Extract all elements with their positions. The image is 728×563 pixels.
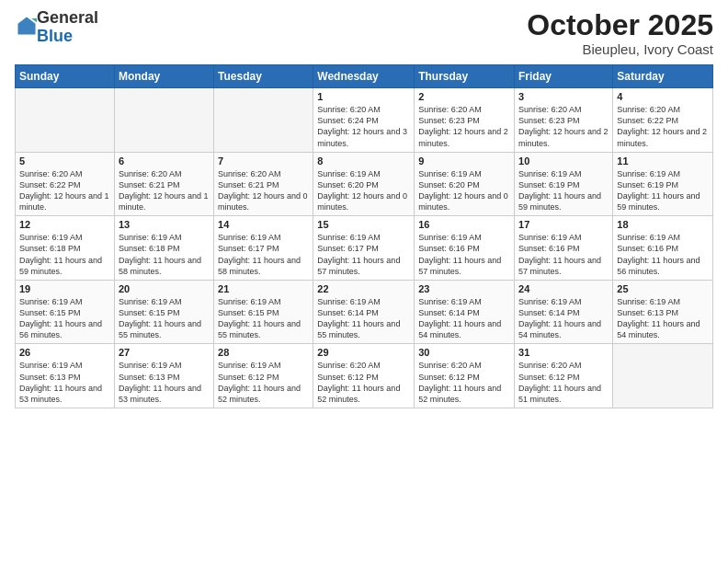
calendar-week-row: 12Sunrise: 6:19 AM Sunset: 6:18 PM Dayli…	[16, 216, 713, 281]
day-info: Sunrise: 6:20 AM Sunset: 6:12 PM Dayligh…	[317, 360, 410, 405]
weekday-header: Friday	[515, 65, 613, 88]
day-info: Sunrise: 6:19 AM Sunset: 6:14 PM Dayligh…	[518, 296, 609, 341]
day-number: 23	[418, 283, 510, 294]
day-info: Sunrise: 6:19 AM Sunset: 6:14 PM Dayligh…	[418, 296, 510, 341]
calendar-cell: 3Sunrise: 6:20 AM Sunset: 6:23 PM Daylig…	[515, 88, 613, 153]
day-info: Sunrise: 6:19 AM Sunset: 6:17 PM Dayligh…	[218, 232, 309, 277]
day-number: 20	[119, 283, 210, 294]
day-number: 25	[617, 283, 709, 294]
calendar-cell: 20Sunrise: 6:19 AM Sunset: 6:15 PM Dayli…	[114, 280, 213, 344]
day-number: 14	[218, 219, 309, 230]
calendar-cell: 23Sunrise: 6:19 AM Sunset: 6:14 PM Dayli…	[415, 280, 515, 344]
day-number: 10	[518, 155, 609, 167]
calendar-cell: 16Sunrise: 6:19 AM Sunset: 6:16 PM Dayli…	[415, 216, 515, 281]
calendar-cell: 6Sunrise: 6:20 AM Sunset: 6:21 PM Daylig…	[114, 152, 213, 216]
day-number: 31	[518, 347, 609, 358]
calendar-cell: 1Sunrise: 6:20 AM Sunset: 6:24 PM Daylig…	[313, 88, 415, 153]
day-number: 17	[518, 219, 609, 230]
calendar-cell: 9Sunrise: 6:19 AM Sunset: 6:20 PM Daylig…	[415, 152, 515, 216]
day-number: 16	[418, 219, 510, 230]
calendar-cell: 21Sunrise: 6:19 AM Sunset: 6:15 PM Dayli…	[214, 280, 313, 344]
day-info: Sunrise: 6:20 AM Sunset: 6:22 PM Dayligh…	[617, 104, 709, 149]
day-info: Sunrise: 6:20 AM Sunset: 6:12 PM Dayligh…	[518, 360, 609, 405]
day-number: 8	[317, 155, 410, 167]
day-info: Sunrise: 6:19 AM Sunset: 6:16 PM Dayligh…	[418, 232, 510, 277]
day-number: 3	[518, 91, 609, 102]
calendar-week-row: 26Sunrise: 6:19 AM Sunset: 6:13 PM Dayli…	[16, 344, 713, 408]
calendar-cell: 17Sunrise: 6:19 AM Sunset: 6:16 PM Dayli…	[515, 216, 613, 281]
calendar-cell: 24Sunrise: 6:19 AM Sunset: 6:14 PM Dayli…	[515, 280, 613, 344]
calendar-cell: 18Sunrise: 6:19 AM Sunset: 6:16 PM Dayli…	[613, 216, 713, 281]
calendar-week-row: 1Sunrise: 6:20 AM Sunset: 6:24 PM Daylig…	[16, 88, 713, 153]
day-info: Sunrise: 6:20 AM Sunset: 6:12 PM Dayligh…	[418, 360, 510, 405]
calendar-cell: 25Sunrise: 6:19 AM Sunset: 6:13 PM Dayli…	[613, 280, 713, 344]
calendar-cell: 13Sunrise: 6:19 AM Sunset: 6:18 PM Dayli…	[114, 216, 213, 281]
calendar-cell: 22Sunrise: 6:19 AM Sunset: 6:14 PM Dayli…	[313, 280, 415, 344]
logo-text: General Blue	[37, 9, 98, 46]
day-number: 24	[518, 283, 609, 294]
logo-general: General	[37, 8, 98, 27]
svg-marker-0	[17, 17, 35, 34]
calendar-cell	[16, 88, 115, 153]
day-number: 19	[19, 283, 110, 294]
day-number: 13	[119, 219, 210, 230]
day-info: Sunrise: 6:19 AM Sunset: 6:15 PM Dayligh…	[119, 296, 210, 341]
day-number: 22	[317, 283, 410, 294]
calendar-week-row: 19Sunrise: 6:19 AM Sunset: 6:15 PM Dayli…	[16, 280, 713, 344]
day-number: 2	[418, 91, 510, 102]
calendar-cell: 26Sunrise: 6:19 AM Sunset: 6:13 PM Dayli…	[16, 344, 115, 408]
weekday-header: Thursday	[415, 65, 515, 88]
calendar-subtitle: Bieupleu, Ivory Coast	[527, 41, 713, 57]
day-number: 30	[418, 347, 510, 358]
calendar-cell: 27Sunrise: 6:19 AM Sunset: 6:13 PM Dayli…	[114, 344, 213, 408]
day-number: 6	[119, 155, 210, 167]
day-info: Sunrise: 6:19 AM Sunset: 6:14 PM Dayligh…	[317, 296, 410, 341]
day-info: Sunrise: 6:19 AM Sunset: 6:19 PM Dayligh…	[617, 168, 709, 213]
day-info: Sunrise: 6:19 AM Sunset: 6:13 PM Dayligh…	[19, 360, 110, 405]
day-number: 1	[317, 91, 410, 102]
day-number: 29	[317, 347, 410, 358]
day-info: Sunrise: 6:19 AM Sunset: 6:17 PM Dayligh…	[317, 232, 410, 277]
day-info: Sunrise: 6:20 AM Sunset: 6:22 PM Dayligh…	[19, 168, 110, 213]
day-info: Sunrise: 6:20 AM Sunset: 6:24 PM Dayligh…	[317, 104, 410, 149]
weekday-header: Tuesday	[214, 65, 313, 88]
weekday-header: Saturday	[613, 65, 713, 88]
calendar-cell: 11Sunrise: 6:19 AM Sunset: 6:19 PM Dayli…	[613, 152, 713, 216]
day-number: 27	[119, 347, 210, 358]
calendar-cell: 14Sunrise: 6:19 AM Sunset: 6:17 PM Dayli…	[214, 216, 313, 281]
day-info: Sunrise: 6:19 AM Sunset: 6:20 PM Dayligh…	[317, 168, 410, 213]
logo-blue: Blue	[37, 27, 73, 45]
day-number: 9	[418, 155, 510, 167]
calendar-cell	[613, 344, 713, 408]
day-info: Sunrise: 6:19 AM Sunset: 6:12 PM Dayligh…	[218, 360, 309, 405]
calendar-cell: 4Sunrise: 6:20 AM Sunset: 6:22 PM Daylig…	[613, 88, 713, 153]
calendar-cell: 12Sunrise: 6:19 AM Sunset: 6:18 PM Dayli…	[16, 216, 115, 281]
day-info: Sunrise: 6:19 AM Sunset: 6:13 PM Dayligh…	[119, 360, 210, 405]
calendar-cell: 7Sunrise: 6:20 AM Sunset: 6:21 PM Daylig…	[214, 152, 313, 216]
day-number: 4	[617, 91, 709, 102]
calendar-cell: 8Sunrise: 6:19 AM Sunset: 6:20 PM Daylig…	[313, 152, 415, 216]
day-info: Sunrise: 6:19 AM Sunset: 6:13 PM Dayligh…	[617, 296, 709, 341]
weekday-header: Wednesday	[313, 65, 415, 88]
calendar-title: October 2025	[527, 9, 713, 41]
day-info: Sunrise: 6:19 AM Sunset: 6:16 PM Dayligh…	[617, 232, 709, 277]
day-number: 5	[19, 155, 110, 167]
day-number: 26	[19, 347, 110, 358]
calendar-week-row: 5Sunrise: 6:20 AM Sunset: 6:22 PM Daylig…	[16, 152, 713, 216]
calendar-cell	[214, 88, 313, 153]
calendar-cell: 19Sunrise: 6:19 AM Sunset: 6:15 PM Dayli…	[16, 280, 115, 344]
day-info: Sunrise: 6:20 AM Sunset: 6:21 PM Dayligh…	[218, 168, 309, 213]
day-number: 7	[218, 155, 309, 167]
day-info: Sunrise: 6:20 AM Sunset: 6:23 PM Dayligh…	[418, 104, 510, 149]
calendar-cell: 15Sunrise: 6:19 AM Sunset: 6:17 PM Dayli…	[313, 216, 415, 281]
day-info: Sunrise: 6:19 AM Sunset: 6:19 PM Dayligh…	[518, 168, 609, 213]
calendar-table: SundayMondayTuesdayWednesdayThursdayFrid…	[15, 64, 713, 408]
calendar-cell: 29Sunrise: 6:20 AM Sunset: 6:12 PM Dayli…	[313, 344, 415, 408]
header: General Blue October 2025 Bieupleu, Ivor…	[15, 9, 713, 57]
day-info: Sunrise: 6:19 AM Sunset: 6:18 PM Dayligh…	[19, 232, 110, 277]
calendar-cell: 2Sunrise: 6:20 AM Sunset: 6:23 PM Daylig…	[415, 88, 515, 153]
weekday-header: Sunday	[16, 65, 115, 88]
calendar-cell: 5Sunrise: 6:20 AM Sunset: 6:22 PM Daylig…	[16, 152, 115, 216]
day-number: 15	[317, 219, 410, 230]
page: General Blue October 2025 Bieupleu, Ivor…	[0, 0, 728, 563]
